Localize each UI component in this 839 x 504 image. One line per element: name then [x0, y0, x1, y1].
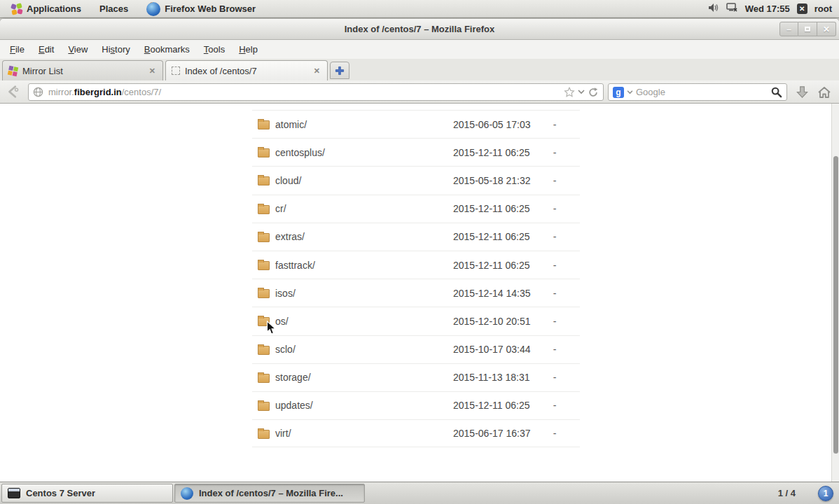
modified-date: 2015-12-11 06:25	[453, 400, 530, 411]
dir-link[interactable]: storage/	[275, 372, 311, 383]
applications-label: Applications	[27, 4, 81, 14]
folder-icon	[258, 205, 270, 214]
dir-link[interactable]: cr/	[275, 203, 286, 214]
tab-mirror-list[interactable]: Mirror List ✕	[2, 60, 163, 80]
tab-close-icon[interactable]: ✕	[148, 66, 157, 76]
dir-link[interactable]: virt/	[275, 428, 291, 439]
size-dash: -	[546, 175, 563, 186]
bottom-taskbar: Centos 7 Server Index of /centos/7 – Moz…	[0, 482, 839, 504]
tab-label: Mirror List	[22, 66, 143, 76]
menu-file[interactable]: File	[3, 41, 32, 57]
dir-link[interactable]: isos/	[275, 288, 296, 299]
url-input[interactable]: mirror.fibergrid.in/centos/7/	[28, 83, 604, 101]
engine-chevron-icon[interactable]	[627, 90, 633, 94]
size-dash: -	[546, 316, 563, 327]
back-arrow-icon	[6, 84, 21, 99]
modified-date: 2015-12-10 20:51	[453, 316, 531, 327]
plus-icon	[335, 66, 345, 76]
modified-date: 2015-06-05 17:03	[453, 119, 531, 130]
bookmark-star-icon[interactable]	[564, 87, 575, 97]
dir-link[interactable]: cloud/	[275, 175, 301, 186]
dir-link[interactable]: atomic/	[275, 119, 307, 130]
dir-row-centosplus: centosplus/ 2015-12-11 06:25 -	[252, 138, 580, 166]
places-label: Places	[99, 4, 128, 14]
dir-link[interactable]: fasttrack/	[275, 260, 315, 271]
minimize-button[interactable]: –	[779, 22, 798, 36]
user-status-icon[interactable]: ✕	[797, 4, 807, 14]
firefox-launcher-label: Firefox Web Browser	[165, 4, 256, 14]
back-button[interactable]	[1, 82, 25, 102]
user-name[interactable]: root	[814, 4, 832, 14]
home-icon	[817, 86, 831, 99]
taskbar-item-firefox[interactable]: Index of /centos/7 – Mozilla Fire...	[174, 484, 365, 503]
search-input[interactable]	[636, 87, 768, 97]
menu-history[interactable]: History	[95, 41, 137, 57]
dir-row-isos: isos/ 2015-12-14 14:35 -	[252, 279, 580, 307]
tab-index-centos7[interactable]: Index of /centos/7 ✕	[165, 60, 328, 80]
modified-date: 2015-11-13 18:31	[453, 372, 530, 383]
url-text: mirror.fibergrid.in/centos/7/	[48, 87, 564, 97]
search-icon[interactable]	[770, 86, 782, 98]
dir-row-virt: virt/ 2015-06-17 16:37 -	[252, 419, 580, 447]
dir-row-cr: cr/ 2015-12-11 06:25 -	[252, 195, 580, 223]
chevron-down-icon[interactable]	[578, 90, 585, 94]
taskbar-item-terminal[interactable]: Centos 7 Server	[1, 484, 173, 503]
places-menu[interactable]: Places	[92, 0, 135, 18]
search-bar[interactable]: g	[608, 83, 787, 101]
terminal-icon	[8, 488, 20, 498]
dir-link[interactable]: centosplus/	[275, 147, 325, 158]
new-tab-button[interactable]	[330, 62, 349, 79]
firefox-window: Index of /centos/7 – Mozilla Firefox – ✕…	[0, 19, 839, 482]
maximize-button[interactable]	[798, 22, 817, 36]
folder-icon	[258, 233, 270, 242]
modified-date: 2015-10-17 03:44	[453, 344, 531, 355]
clock[interactable]: Wed 17:55	[745, 4, 790, 14]
size-dash: -	[546, 119, 563, 130]
dir-link[interactable]: os/	[275, 316, 289, 327]
size-dash: -	[546, 428, 563, 439]
tab-close-icon[interactable]: ✕	[312, 66, 321, 76]
taskbar-item-label: Index of /centos/7 – Mozilla Fire...	[199, 488, 343, 498]
menu-edit[interactable]: Edit	[32, 41, 61, 57]
tab-bar: Mirror List ✕ Index of /centos/7 ✕	[0, 59, 839, 80]
dir-row-sclo: sclo/ 2015-10-17 03:44 -	[252, 335, 580, 363]
menu-view[interactable]: View	[61, 41, 95, 57]
folder-icon	[258, 120, 270, 130]
google-engine-icon[interactable]: g	[613, 87, 624, 98]
dir-link[interactable]: extras/	[275, 231, 305, 242]
window-title: Index of /centos/7 – Mozilla Firefox	[345, 24, 495, 34]
workspace-switcher[interactable]: 1	[818, 486, 833, 501]
dir-row-storage: storage/ 2015-11-13 18:31 -	[252, 363, 580, 391]
size-dash: -	[546, 147, 563, 158]
size-dash: -	[546, 288, 563, 299]
modified-date: 2015-12-11 06:25	[453, 260, 530, 271]
vertical-scrollbar[interactable]	[831, 104, 839, 482]
reload-icon[interactable]	[588, 87, 599, 98]
applications-icon	[11, 4, 22, 15]
close-button[interactable]: ✕	[817, 22, 836, 36]
network-icon[interactable]	[726, 3, 738, 15]
menu-bookmarks[interactable]: Bookmarks	[137, 41, 197, 57]
dir-row-atomic: atomic/ 2015-06-05 17:03 -	[252, 110, 580, 138]
scrollbar-thumb[interactable]	[833, 156, 838, 454]
downloads-button[interactable]	[792, 83, 812, 102]
size-dash: -	[546, 260, 563, 271]
modified-date: 2015-12-11 06:25	[453, 231, 530, 242]
window-titlebar[interactable]: Index of /centos/7 – Mozilla Firefox – ✕	[0, 19, 839, 40]
firefox-launcher[interactable]: Firefox Web Browser	[139, 0, 263, 18]
window-controls: – ✕	[779, 22, 836, 36]
firefox-icon	[181, 487, 193, 500]
dir-link[interactable]: updates/	[275, 400, 313, 411]
tab-label: Index of /centos/7	[185, 66, 307, 76]
menu-help[interactable]: Help	[232, 41, 265, 57]
size-dash: -	[546, 203, 563, 214]
dir-link[interactable]: sclo/	[275, 344, 296, 355]
volume-icon[interactable]	[708, 3, 719, 15]
blank-favicon	[172, 66, 180, 75]
home-button[interactable]	[814, 83, 834, 102]
mouse-cursor	[266, 321, 277, 338]
folder-icon	[258, 261, 270, 270]
applications-menu[interactable]: Applications	[4, 0, 88, 18]
menu-tools[interactable]: Tools	[197, 41, 232, 57]
dir-row-fasttrack: fasttrack/ 2015-12-11 06:25 -	[252, 251, 580, 279]
